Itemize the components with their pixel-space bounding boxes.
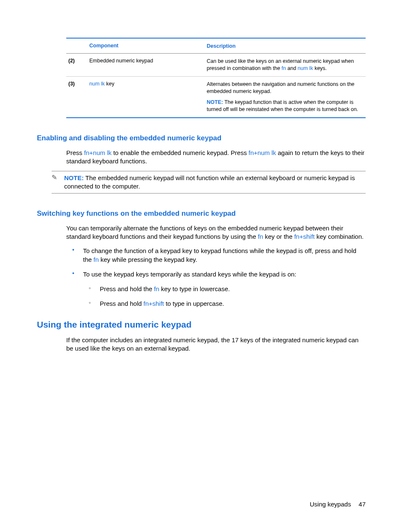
document-page: Component Description (2) Embedded numer…	[0, 0, 400, 532]
list-item: To change the function of a keypad key t…	[66, 246, 366, 264]
text: Embedded numeric keypad	[89, 58, 153, 64]
list-item: Press and hold fn+shift to type in upper…	[83, 299, 366, 308]
paragraph: If the computer includes an integrated n…	[66, 336, 366, 353]
text: key to type in lowercase.	[159, 285, 230, 292]
text: key while pressing the keypad key.	[99, 256, 197, 263]
note-label: NOTE:	[207, 99, 223, 105]
key-term: fn	[282, 65, 286, 71]
text: key or the	[263, 233, 294, 240]
row-component: num lk key	[89, 81, 207, 114]
table-header-component: Component	[89, 43, 207, 50]
row-number: (2)	[66, 58, 89, 72]
key-term: fn	[258, 233, 263, 240]
row-description: Can be used like the keys on an external…	[207, 58, 366, 72]
note-callout: ✎ NOTE: The embedded numeric keypad will…	[52, 171, 366, 194]
text: Press and hold	[100, 300, 143, 307]
key-term: fn+num lk	[249, 149, 276, 156]
page-footer: Using keypads 47	[310, 501, 366, 508]
page-number: 47	[358, 501, 366, 508]
table-header-row: Component Description	[66, 39, 366, 54]
key-term: fn	[94, 256, 99, 263]
text: Press	[66, 149, 84, 156]
text: to type in uppercase.	[164, 300, 224, 307]
table-header-description: Description	[207, 43, 366, 50]
note-icon: ✎	[52, 174, 61, 191]
key-term: fn+shift	[143, 300, 164, 307]
section-heading-integrated: Using the integrated numeric keypad	[37, 320, 366, 330]
text: and	[286, 65, 298, 71]
table-row: (3) num lk key Alternates between the na…	[66, 77, 366, 118]
list-item: Press and hold the fn key to type in low…	[83, 284, 366, 293]
row-number: (3)	[66, 81, 89, 114]
note-text: The keypad function that is active when …	[207, 99, 358, 112]
sub-list: Press and hold the fn key to type in low…	[83, 284, 366, 308]
section-heading-switching: Switching key functions on the embedded …	[37, 209, 366, 218]
key-term: num lk	[298, 65, 313, 71]
table-header-spacer	[66, 43, 89, 50]
note-content: NOTE: The embedded numeric keypad will n…	[64, 174, 366, 191]
component-table: Component Description (2) Embedded numer…	[66, 38, 366, 118]
text: keys.	[313, 65, 327, 71]
key-term: num lk	[89, 81, 105, 87]
table-row: (2) Embedded numeric keypad Can be used …	[66, 54, 366, 77]
text: Alternates between the navigation and nu…	[207, 81, 354, 94]
row-component: Embedded numeric keypad	[89, 58, 207, 72]
list-item: To use the keypad keys temporarily as st…	[66, 270, 366, 308]
row-description: Alternates between the navigation and nu…	[207, 81, 366, 114]
paragraph: Press fn+num lk to enable the embedded n…	[66, 149, 366, 166]
key-term: fn+shift	[294, 233, 315, 240]
footer-label: Using keypads	[310, 501, 351, 508]
bullet-list: To change the function of a keypad key t…	[66, 246, 366, 308]
note-text: The embedded numeric keypad will not fun…	[64, 174, 355, 190]
text: Can be used like the keys on an external…	[207, 58, 354, 71]
section-heading-enabling: Enabling and disabling the embedded nume…	[37, 134, 366, 142]
text: key	[105, 81, 114, 87]
text: Press and hold the	[100, 285, 154, 292]
key-term: fn+num lk	[84, 149, 112, 156]
text: to enable the embedded numeric keypad. P…	[112, 149, 249, 156]
text: To use the keypad keys temporarily as st…	[83, 271, 296, 278]
text: key combination.	[314, 233, 364, 240]
note-label: NOTE:	[64, 174, 84, 181]
key-term: fn	[154, 285, 159, 292]
paragraph: You can temporarily alternate the functi…	[66, 224, 366, 241]
